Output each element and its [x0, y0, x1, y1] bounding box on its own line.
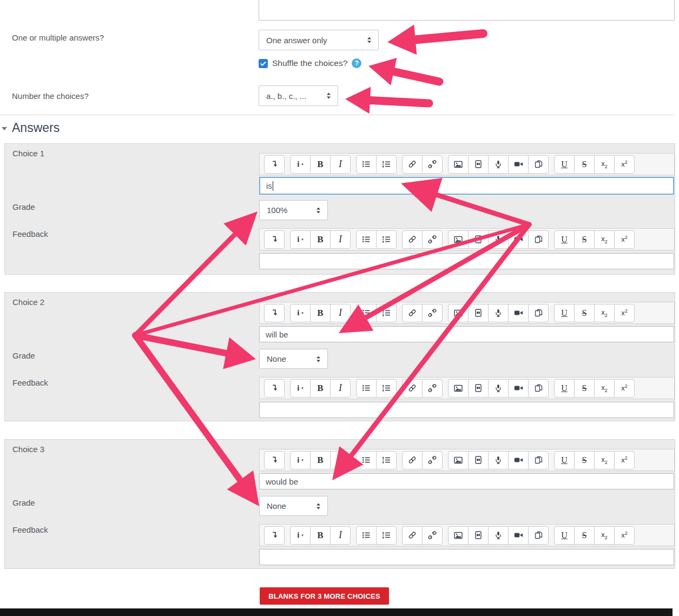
paragraph-styles-button[interactable]: i▾	[290, 379, 311, 398]
question-text-area[interactable]	[259, 0, 675, 21]
italic-button[interactable]: I	[330, 526, 351, 545]
unordered-list-button[interactable]	[356, 230, 377, 249]
record-video-button[interactable]	[508, 230, 529, 249]
superscript-button[interactable]: x2	[614, 379, 635, 398]
one-or-multiple-select[interactable]: One answer only	[259, 30, 379, 50]
insert-media-button[interactable]	[468, 379, 489, 398]
record-audio-button[interactable]	[488, 155, 509, 174]
insert-media-button[interactable]	[468, 304, 489, 322]
subscript-button[interactable]: x2	[594, 451, 615, 469]
insert-image-button[interactable]	[448, 155, 469, 174]
shuffle-checkbox[interactable]	[259, 59, 268, 68]
insert-media-button[interactable]	[468, 155, 489, 174]
italic-button[interactable]: I	[330, 451, 351, 469]
ordered-list-button[interactable]	[376, 451, 397, 469]
choice-3-feedback-input[interactable]	[259, 549, 674, 565]
manage-files-button[interactable]	[528, 230, 549, 249]
collapse-toolbar-button[interactable]	[264, 379, 285, 398]
superscript-button[interactable]: x2	[614, 230, 635, 249]
strikethrough-button[interactable]: S	[574, 304, 595, 322]
record-audio-button[interactable]	[488, 304, 509, 322]
underline-button[interactable]: U	[554, 379, 575, 398]
collapse-toolbar-button[interactable]	[264, 230, 285, 249]
link-button[interactable]	[402, 526, 423, 545]
record-video-button[interactable]	[508, 451, 529, 469]
strikethrough-button[interactable]: S	[574, 379, 595, 398]
subscript-button[interactable]: x2	[594, 230, 615, 249]
link-button[interactable]	[402, 451, 423, 469]
bold-button[interactable]: B	[310, 451, 331, 469]
collapse-toolbar-button[interactable]	[264, 304, 285, 322]
ordered-list-button[interactable]	[376, 155, 397, 174]
collapse-toolbar-button[interactable]	[264, 155, 285, 174]
insert-image-button[interactable]	[448, 379, 469, 398]
bold-button[interactable]: B	[310, 230, 331, 249]
superscript-button[interactable]: x2	[614, 155, 635, 174]
unlink-button[interactable]	[422, 304, 443, 322]
insert-image-button[interactable]	[448, 230, 469, 249]
unlink-button[interactable]	[422, 526, 443, 545]
ordered-list-button[interactable]	[376, 526, 397, 545]
strikethrough-button[interactable]: S	[574, 451, 595, 469]
superscript-button[interactable]: x2	[614, 304, 635, 322]
manage-files-button[interactable]	[528, 155, 549, 174]
subscript-button[interactable]: x2	[594, 304, 615, 322]
paragraph-styles-button[interactable]: i▾	[290, 155, 311, 174]
blanks-for-more-choices-button[interactable]: BLANKS FOR 3 MORE CHOICES	[260, 587, 389, 605]
record-video-button[interactable]	[508, 526, 529, 545]
underline-button[interactable]: U	[554, 155, 575, 174]
strikethrough-button[interactable]: S	[574, 526, 595, 545]
italic-button[interactable]: I	[330, 304, 351, 322]
paragraph-styles-button[interactable]: i▾	[290, 526, 311, 545]
unlink-button[interactable]	[422, 379, 443, 398]
paragraph-styles-button[interactable]: i▾	[290, 304, 311, 322]
unordered-list-button[interactable]	[356, 304, 377, 322]
unordered-list-button[interactable]	[356, 379, 377, 398]
unlink-button[interactable]	[422, 155, 443, 174]
record-audio-button[interactable]	[488, 451, 509, 469]
underline-button[interactable]: U	[554, 304, 575, 322]
choice-2-grade-select[interactable]: None	[259, 349, 328, 369]
bold-button[interactable]: B	[310, 526, 331, 545]
link-button[interactable]	[402, 230, 423, 249]
insert-image-button[interactable]	[448, 526, 469, 545]
choice-1-answer-input[interactable]: is	[259, 177, 674, 195]
bold-button[interactable]: B	[310, 379, 331, 398]
unlink-button[interactable]	[422, 230, 443, 249]
ordered-list-button[interactable]	[376, 304, 397, 322]
unordered-list-button[interactable]	[356, 155, 377, 174]
collapse-toolbar-button[interactable]	[264, 451, 285, 469]
help-icon[interactable]: ?	[352, 58, 361, 68]
paragraph-styles-button[interactable]: i▾	[290, 230, 311, 249]
record-video-button[interactable]	[508, 379, 529, 398]
italic-button[interactable]: I	[330, 379, 351, 398]
record-audio-button[interactable]	[488, 379, 509, 398]
italic-button[interactable]: I	[330, 155, 351, 174]
manage-files-button[interactable]	[528, 379, 549, 398]
italic-button[interactable]: I	[330, 230, 351, 249]
superscript-button[interactable]: x2	[614, 451, 635, 469]
insert-media-button[interactable]	[468, 526, 489, 545]
choice-3-grade-select[interactable]: None	[259, 496, 328, 516]
unlink-button[interactable]	[422, 451, 443, 469]
record-video-button[interactable]	[508, 304, 529, 322]
manage-files-button[interactable]	[528, 304, 549, 322]
subscript-button[interactable]: x2	[594, 526, 615, 545]
link-button[interactable]	[402, 379, 423, 398]
unordered-list-button[interactable]	[356, 451, 377, 469]
record-audio-button[interactable]	[488, 230, 509, 249]
insert-image-button[interactable]	[448, 304, 469, 322]
manage-files-button[interactable]	[528, 451, 549, 469]
choice-2-answer-input[interactable]: will be	[259, 326, 674, 342]
choice-1-grade-select[interactable]: 100%	[259, 200, 328, 220]
strikethrough-button[interactable]: S	[574, 230, 595, 249]
collapse-toggle-icon[interactable]	[2, 127, 7, 130]
record-audio-button[interactable]	[488, 526, 509, 545]
bold-button[interactable]: B	[310, 155, 331, 174]
underline-button[interactable]: U	[554, 230, 575, 249]
bold-button[interactable]: B	[310, 304, 331, 322]
number-choices-select[interactable]: a., b., c., ...	[259, 85, 338, 106]
strikethrough-button[interactable]: S	[574, 155, 595, 174]
choice-2-feedback-input[interactable]	[259, 402, 674, 418]
superscript-button[interactable]: x2	[614, 526, 635, 545]
